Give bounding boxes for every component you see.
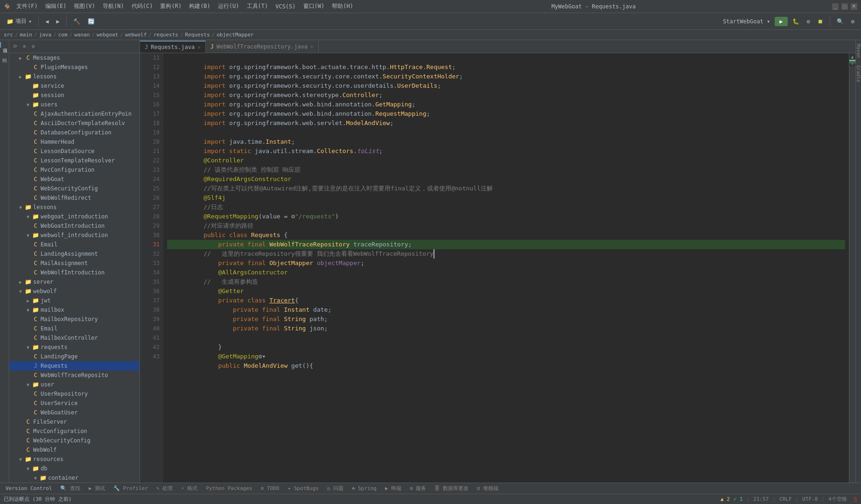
services-btn[interactable]: ⚙ 服务 xyxy=(406,484,430,492)
tree-item-messages[interactable]: ▶ C Messages xyxy=(9,53,140,63)
structure-tab-btn[interactable]: 结构 xyxy=(0,51,9,57)
tree-item-fileserver[interactable]: C FileServer xyxy=(9,417,140,427)
tree-item-session[interactable]: 📁 session xyxy=(9,91,140,100)
tree-item-pluginmessages[interactable]: C PluginMessages xyxy=(9,63,140,72)
scroll-up-btn[interactable]: ▲ xyxy=(851,54,854,59)
tree-item-lessons2[interactable]: ▼ 📁 lessons xyxy=(9,203,140,212)
tree-item-resources[interactable]: ▼ 📁 resources xyxy=(9,455,140,464)
breadcrumb-objectmapper[interactable]: objectMapper xyxy=(217,32,253,38)
gradle-panel-btn[interactable]: Gradle xyxy=(855,62,861,86)
close-button[interactable]: ✕ xyxy=(851,3,857,10)
tree-item-wgintro[interactable]: ▼ 📁 webgoat_introduction xyxy=(9,212,140,221)
tree-item-landing[interactable]: C LandingAssignment xyxy=(9,249,140,259)
menu-refactor[interactable]: 重构(R) xyxy=(158,2,183,10)
tree-item-users[interactable]: ▼ 📁 users xyxy=(9,100,140,109)
menu-view[interactable]: 视图(V) xyxy=(72,2,97,10)
menu-file[interactable]: 文件(F) xyxy=(14,2,40,10)
tree-item-mvcconfig2[interactable]: C MvcConfiguration xyxy=(9,427,140,436)
spring-btn[interactable]: ☘ Spring xyxy=(348,485,380,492)
tree-item-lessontr[interactable]: C LessonTemplateResolver xyxy=(9,156,140,165)
menu-help[interactable]: 帮助(H) xyxy=(330,2,355,10)
breadcrumb-requests-class[interactable]: Requests xyxy=(185,32,210,38)
check-count[interactable]: ✓ 1 xyxy=(734,496,743,502)
charset-display[interactable]: UTF-8 xyxy=(802,496,818,502)
settings-button[interactable]: ⚙ xyxy=(848,17,857,26)
tree-item-wwintro[interactable]: ▼ 📁 webwolf_introduction xyxy=(9,231,140,240)
test-btn[interactable]: ▶ 测试 xyxy=(85,484,109,492)
tree-item-lessonds[interactable]: C LessonDataSource xyxy=(9,147,140,156)
tree-item-requests-folder[interactable]: ▼ 📁 requests xyxy=(9,343,140,352)
tree-item-mailboxrepo[interactable]: C MailboxRepository xyxy=(9,315,140,324)
run-config-selector[interactable]: StartWebGoat ▾ xyxy=(720,17,773,26)
tree-item-ascii[interactable]: C AsciiDoctorTemplateResolv xyxy=(9,119,140,128)
format-btn[interactable]: ⚡ 格式 xyxy=(177,484,201,492)
python-packages-btn[interactable]: Python Packages xyxy=(202,485,256,492)
menu-tools[interactable]: 工具(T) xyxy=(245,2,270,10)
process-btn[interactable]: ✎ 处理 xyxy=(153,484,176,492)
breadcrumb-main[interactable]: main xyxy=(20,32,33,38)
tree-item-webgoatuser[interactable]: C WebGoatUser xyxy=(9,408,140,417)
minimize-button[interactable]: _ xyxy=(832,3,839,10)
tree-item-mvcconfig[interactable]: C MvcConfiguration xyxy=(9,165,140,175)
debug-button[interactable]: 🐛 xyxy=(790,17,802,26)
breadcrumb-wanan[interactable]: wanan xyxy=(74,32,90,38)
menu-edit[interactable]: 编辑(E) xyxy=(43,2,69,10)
tree-item-wgintroclass[interactable]: C WebGoatIntroduction xyxy=(9,221,140,231)
todo-btn[interactable]: ≡ TODO xyxy=(257,485,283,492)
editor-scrollbar[interactable]: ▲ ▼ xyxy=(849,53,855,483)
problems-btn[interactable]: ◎ 问题 xyxy=(323,484,347,492)
tree-item-wwintroclass[interactable]: C WebWolfIntroduction xyxy=(9,268,140,277)
stacktrace-btn[interactable]: ⊡ 堆栈端 xyxy=(473,484,502,492)
tree-item-webwolf-class[interactable]: C WebWolf xyxy=(9,445,140,455)
tab-requests[interactable]: J Requests.java ✕ xyxy=(140,41,206,53)
code-editor[interactable]: 11 12 13 14 15 16 17 18 19 20 21 22 23 2… xyxy=(140,53,855,483)
tree-item-userservice[interactable]: C UserService xyxy=(9,399,140,408)
toolbar-sync[interactable]: 🔄 xyxy=(85,17,98,26)
toolbar-back[interactable]: ◀ xyxy=(42,17,51,26)
maximize-button[interactable]: □ xyxy=(841,3,848,10)
tree-item-webwolf-folder[interactable]: ▼ 📁 webwolf xyxy=(9,287,140,296)
breadcrumb-java[interactable]: java xyxy=(39,32,52,38)
spotbugs-btn[interactable]: ✦ SpotBugs xyxy=(284,485,322,492)
tree-item-ajax[interactable]: C AjaxAuthenticationEntryPoin xyxy=(9,109,140,119)
tree-item-requests-class[interactable]: J Requests xyxy=(9,361,140,371)
tree-item-websec[interactable]: C WebSecurityConfig xyxy=(9,184,140,193)
project-selector[interactable]: 📁 项目 ▾ xyxy=(4,16,35,27)
tree-item-user-folder[interactable]: ▼ 📁 user xyxy=(9,380,140,389)
tree-item-webgoat-class[interactable]: C WebGoat xyxy=(9,175,140,184)
tree-item-webwolfredir[interactable]: C WebWolfRedirect xyxy=(9,193,140,203)
db-changes-btn[interactable]: 🗄 数据库更改 xyxy=(431,484,472,492)
tree-item-dbconfig[interactable]: C DatabaseConfiguration xyxy=(9,128,140,137)
tree-item-websec2[interactable]: C WebSecurityConfig xyxy=(9,436,140,445)
tree-item-userrepo[interactable]: C UserRepository xyxy=(9,389,140,399)
menu-code[interactable]: 代码(C) xyxy=(130,2,155,10)
coverage-button[interactable]: ⚙ xyxy=(804,17,813,26)
sidebar-sync-btn[interactable]: ⟳ xyxy=(11,42,19,50)
tree-item-email[interactable]: C Email xyxy=(9,240,140,249)
sidebar-collapse-btn[interactable]: ≡ xyxy=(21,42,28,50)
breadcrumb-webwolf[interactable]: webwolf xyxy=(125,32,147,38)
tree-item-hammerhead[interactable]: C HammerHead xyxy=(9,137,140,147)
toolbar-build[interactable]: 🔨 xyxy=(70,17,83,26)
breadcrumb-webgoat[interactable]: webgoat xyxy=(97,32,118,38)
tree-item-server[interactable]: ▶ 📁 server xyxy=(9,277,140,287)
tree-item-mailbox[interactable]: ▼ 📁 mailbox xyxy=(9,305,140,315)
menu-run[interactable]: 运行(U) xyxy=(216,2,241,10)
menu-vcs[interactable]: VCS(S) xyxy=(273,3,297,10)
tree-item-mailboxctrl[interactable]: C MailboxController xyxy=(9,333,140,343)
menu-build[interactable]: 构建(B) xyxy=(187,2,212,10)
search-everywhere[interactable]: 🔍 xyxy=(834,17,847,26)
breadcrumb-requests[interactable]: requests xyxy=(154,32,178,38)
terminal-btn[interactable]: ▶ 终端 xyxy=(381,484,405,492)
indent-display[interactable]: 4个空格 xyxy=(828,496,847,503)
tab-requests-close[interactable]: ✕ xyxy=(197,44,201,50)
menu-nav[interactable]: 导航(N) xyxy=(101,2,126,10)
warning-count[interactable]: ▲ 2 xyxy=(721,496,730,502)
project-sidebar[interactable]: ⟳ ≡ ⚙ ▶ C Messages C PluginMessages ▶ 📁 … xyxy=(9,40,140,483)
menu-window[interactable]: 窗口(W) xyxy=(301,2,327,10)
tree-item-lessons[interactable]: ▶ 📁 lessons xyxy=(9,72,140,81)
tree-item-service[interactable]: 📁 service xyxy=(9,81,140,91)
project-tab-btn[interactable]: 项目 xyxy=(0,42,9,48)
tree-item-landingpage[interactable]: C LandingPage xyxy=(9,352,140,361)
breadcrumb-src[interactable]: src xyxy=(4,32,13,38)
